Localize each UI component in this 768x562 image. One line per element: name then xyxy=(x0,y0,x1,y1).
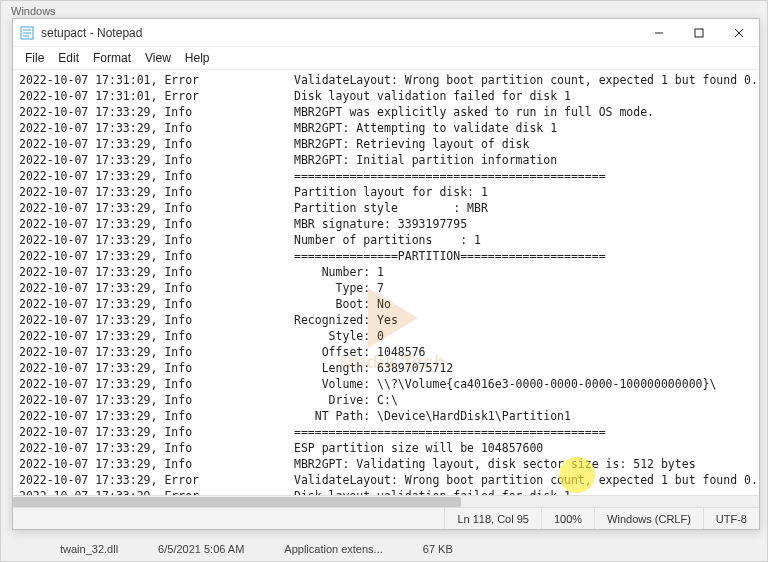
log-line[interactable]: 2022-10-07 17:33:29, Info===============… xyxy=(19,248,759,264)
log-message: MBR2GPT: Validating layout, disk sector … xyxy=(294,456,759,472)
explorer-type: Application extens... xyxy=(284,543,382,555)
log-line[interactable]: 2022-10-07 17:33:29, InfoPartition layou… xyxy=(19,184,759,200)
log-timestamp: 2022-10-07 17:33:29, Info xyxy=(19,424,294,440)
log-message: Offset: 1048576 xyxy=(294,344,759,360)
log-timestamp: 2022-10-07 17:33:29, Info xyxy=(19,456,294,472)
log-line[interactable]: 2022-10-07 17:31:01, ErrorDisk layout va… xyxy=(19,88,759,104)
close-button[interactable] xyxy=(719,19,759,46)
log-line[interactable]: 2022-10-07 17:33:29, Info Drive: C:\ xyxy=(19,392,759,408)
log-message: Number of partitions : 1 xyxy=(294,232,759,248)
log-line[interactable]: 2022-10-07 17:33:29, InfoMBR2GPT: Valida… xyxy=(19,456,759,472)
log-line[interactable]: 2022-10-07 17:33:29, Info Number: 1 xyxy=(19,264,759,280)
status-position: Ln 118, Col 95 xyxy=(444,508,541,529)
log-line[interactable]: 2022-10-07 17:33:29, Info Type: 7 xyxy=(19,280,759,296)
log-timestamp: 2022-10-07 17:33:29, Info xyxy=(19,152,294,168)
log-message: Recognized: Yes xyxy=(294,312,759,328)
text-area[interactable]: 2022-10-07 17:31:01, ErrorValidateLayout… xyxy=(13,70,759,495)
log-timestamp: 2022-10-07 17:33:29, Info xyxy=(19,344,294,360)
log-message: Type: 7 xyxy=(294,280,759,296)
menu-help[interactable]: Help xyxy=(179,49,216,67)
log-line[interactable]: 2022-10-07 17:33:29, InfoESP partition s… xyxy=(19,440,759,456)
log-timestamp: 2022-10-07 17:33:29, Info xyxy=(19,296,294,312)
log-message: Drive: C:\ xyxy=(294,392,759,408)
log-timestamp: 2022-10-07 17:33:29, Info xyxy=(19,168,294,184)
log-line[interactable]: 2022-10-07 17:33:29, InfoMBR signature: … xyxy=(19,216,759,232)
status-eol: Windows (CRLF) xyxy=(594,508,703,529)
background-window-title: Windows xyxy=(1,1,767,17)
text-area-container: 2022-10-07 17:31:01, ErrorValidateLayout… xyxy=(13,70,759,507)
menu-format[interactable]: Format xyxy=(87,49,137,67)
log-timestamp: 2022-10-07 17:33:29, Info xyxy=(19,376,294,392)
log-line[interactable]: 2022-10-07 17:33:29, Info Offset: 104857… xyxy=(19,344,759,360)
log-message: ESP partition size will be 104857600 xyxy=(294,440,759,456)
status-encoding: UTF-8 xyxy=(703,508,759,529)
log-message: Partition style : MBR xyxy=(294,200,759,216)
log-timestamp: 2022-10-07 17:31:01, Error xyxy=(19,88,294,104)
log-message: Number: 1 xyxy=(294,264,759,280)
log-timestamp: 2022-10-07 17:33:29, Info xyxy=(19,264,294,280)
log-line[interactable]: 2022-10-07 17:33:29, ErrorValidateLayout… xyxy=(19,472,759,488)
horizontal-scrollbar[interactable] xyxy=(13,495,759,507)
log-line[interactable]: 2022-10-07 17:33:29, Info===============… xyxy=(19,424,759,440)
log-line[interactable]: 2022-10-07 17:33:29, InfoNumber of parti… xyxy=(19,232,759,248)
log-timestamp: 2022-10-07 17:33:29, Info xyxy=(19,312,294,328)
log-line[interactable]: 2022-10-07 17:33:29, InfoMBR2GPT was exp… xyxy=(19,104,759,120)
explorer-date: 6/5/2021 5:06 AM xyxy=(158,543,244,555)
log-line[interactable]: 2022-10-07 17:33:29, Info Style: 0 xyxy=(19,328,759,344)
log-message: Boot: No xyxy=(294,296,759,312)
scrollbar-thumb[interactable] xyxy=(13,497,461,507)
log-timestamp: 2022-10-07 17:33:29, Info xyxy=(19,184,294,200)
log-message: ValidateLayout: Wrong boot partition cou… xyxy=(294,72,759,88)
explorer-file-row[interactable]: twain_32.dll 6/5/2021 5:06 AM Applicatio… xyxy=(60,538,748,560)
status-zoom[interactable]: 100% xyxy=(541,508,594,529)
log-timestamp: 2022-10-07 17:33:29, Info xyxy=(19,136,294,152)
log-line[interactable]: 2022-10-07 17:33:29, Info===============… xyxy=(19,168,759,184)
log-timestamp: 2022-10-07 17:33:29, Info xyxy=(19,392,294,408)
log-timestamp: 2022-10-07 17:33:29, Info xyxy=(19,408,294,424)
log-timestamp: 2022-10-07 17:33:29, Info xyxy=(19,280,294,296)
menu-edit[interactable]: Edit xyxy=(52,49,85,67)
explorer-filename: twain_32.dll xyxy=(60,543,118,555)
log-timestamp: 2022-10-07 17:33:29, Info xyxy=(19,120,294,136)
log-timestamp: 2022-10-07 17:33:29, Info xyxy=(19,248,294,264)
log-message: MBR2GPT: Attempting to validate disk 1 xyxy=(294,120,759,136)
log-line[interactable]: 2022-10-07 17:33:29, InfoPartition style… xyxy=(19,200,759,216)
explorer-size: 67 KB xyxy=(423,543,453,555)
minimize-button[interactable] xyxy=(639,19,679,46)
log-line[interactable]: 2022-10-07 17:33:29, InfoMBR2GPT: Initia… xyxy=(19,152,759,168)
log-line[interactable]: 2022-10-07 17:33:29, Info Boot: No xyxy=(19,296,759,312)
svg-rect-5 xyxy=(695,29,703,37)
log-line[interactable]: 2022-10-07 17:33:29, Info Volume: \\?\Vo… xyxy=(19,376,759,392)
log-line[interactable]: 2022-10-07 17:33:29, Info NT Path: \Devi… xyxy=(19,408,759,424)
window-title: setupact - Notepad xyxy=(41,26,639,40)
log-line[interactable]: 2022-10-07 17:33:29, InfoMBR2GPT: Attemp… xyxy=(19,120,759,136)
log-line[interactable]: 2022-10-07 17:33:29, InfoRecognized: Yes xyxy=(19,312,759,328)
log-message: Volume: \\?\Volume{ca4016e3-0000-0000-00… xyxy=(294,376,759,392)
log-message: Length: 63897075712 xyxy=(294,360,759,376)
log-message: MBR signature: 3393197795 xyxy=(294,216,759,232)
log-message: MBR2GPT was explicitly asked to run in f… xyxy=(294,104,759,120)
log-timestamp: 2022-10-07 17:33:29, Info xyxy=(19,328,294,344)
menu-file[interactable]: File xyxy=(19,49,50,67)
log-line[interactable]: 2022-10-07 17:31:01, ErrorValidateLayout… xyxy=(19,72,759,88)
log-line[interactable]: 2022-10-07 17:33:29, InfoMBR2GPT: Retrie… xyxy=(19,136,759,152)
maximize-button[interactable] xyxy=(679,19,719,46)
menu-view[interactable]: View xyxy=(139,49,177,67)
log-line[interactable]: 2022-10-07 17:33:29, ErrorDisk layout va… xyxy=(19,488,759,495)
statusbar: Ln 118, Col 95 100% Windows (CRLF) UTF-8 xyxy=(13,507,759,529)
log-message: Style: 0 xyxy=(294,328,759,344)
log-line[interactable]: 2022-10-07 17:33:29, Info Length: 638970… xyxy=(19,360,759,376)
log-message: ========================================… xyxy=(294,424,759,440)
log-message: Disk layout validation failed for disk 1 xyxy=(294,88,759,104)
log-message: MBR2GPT: Retrieving layout of disk xyxy=(294,136,759,152)
status-spacer xyxy=(13,508,444,529)
notepad-icon xyxy=(19,25,35,41)
log-timestamp: 2022-10-07 17:33:29, Info xyxy=(19,200,294,216)
notepad-window: setupact - Notepad File Edit Format View… xyxy=(12,18,760,530)
log-message: NT Path: \Device\HardDisk1\Partition1 xyxy=(294,408,759,424)
titlebar[interactable]: setupact - Notepad xyxy=(13,19,759,47)
log-message: ========================================… xyxy=(294,168,759,184)
log-timestamp: 2022-10-07 17:31:01, Error xyxy=(19,72,294,88)
menubar: File Edit Format View Help xyxy=(13,47,759,70)
log-timestamp: 2022-10-07 17:33:29, Error xyxy=(19,488,294,495)
